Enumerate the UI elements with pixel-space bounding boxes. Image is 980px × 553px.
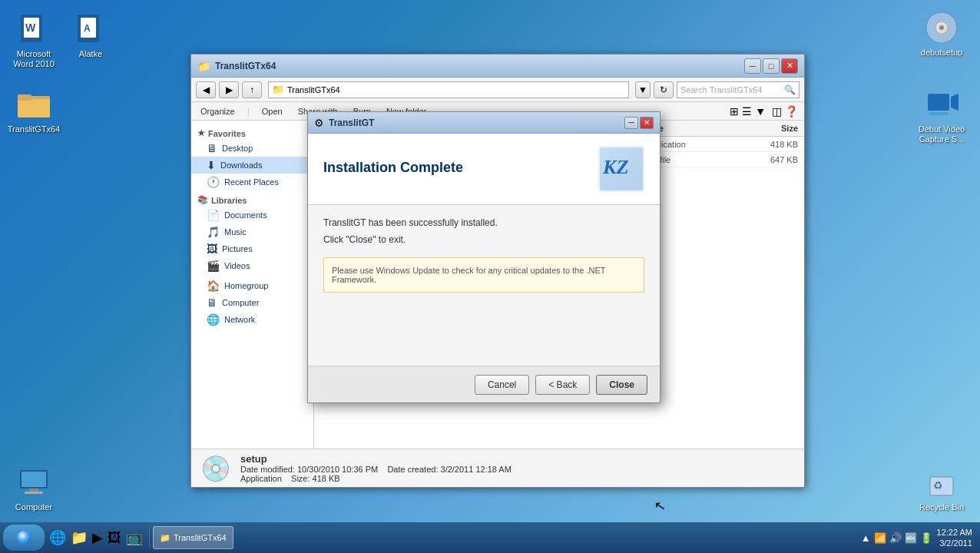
dialog-logo: КZ xyxy=(598,146,644,192)
dialog-controls: ─ ✕ xyxy=(624,117,654,129)
svg-rect-8 xyxy=(18,94,31,101)
desktop-icon-debutvideo[interactable]: Debut Video Capture S... xyxy=(914,83,969,147)
up-button[interactable]: ↑ xyxy=(242,81,262,98)
close-dialog-button[interactable]: Close xyxy=(596,375,647,395)
start-orb xyxy=(17,531,31,545)
sidebar-item-documents[interactable]: 📄 Documents xyxy=(191,207,313,224)
menu-open[interactable]: Open xyxy=(259,105,286,118)
dialog-minimize-button[interactable]: ─ xyxy=(624,117,638,129)
dialog-header: Installation Complete КZ xyxy=(308,134,660,205)
desktop-icon-alatke[interactable]: A Alatke xyxy=(63,8,118,62)
sidebar-item-network[interactable]: 🌐 Network xyxy=(191,311,313,328)
taskbar-clock[interactable]: 12:22 AM 3/2/2011 xyxy=(937,527,972,549)
taskbar-explorer-icon: 📁 xyxy=(160,533,171,543)
sidebar-pictures-icon: 🖼 xyxy=(207,243,217,255)
quicklaunch-gallery[interactable]: 🖼 xyxy=(106,528,123,548)
cancel-button[interactable]: Cancel xyxy=(475,375,529,395)
dialog-click-text: Click "Close" to exit. xyxy=(323,234,644,245)
word-icon-label: Microsoft Word 2010 xyxy=(9,49,58,69)
forward-button[interactable]: ▶ xyxy=(219,81,239,98)
back-button[interactable]: ◀ xyxy=(196,81,216,98)
close-button[interactable]: ✕ xyxy=(781,58,798,74)
view-controls: ⊞ ☰ ▼ ◫ ❓ xyxy=(730,105,798,118)
sidebar-item-videos[interactable]: 🎬 Videos xyxy=(191,257,313,274)
minimize-button[interactable]: ─ xyxy=(744,58,761,74)
sidebar-libraries-header: 📚 Libraries xyxy=(191,194,313,207)
maximize-button[interactable]: □ xyxy=(763,58,780,74)
dialog-content: TranslitGT has been successfully install… xyxy=(308,205,660,366)
desktop-icon-word2010[interactable]: W Microsoft Word 2010 xyxy=(6,8,61,72)
start-button[interactable] xyxy=(3,525,45,551)
sidebar-item-desktop[interactable]: 🖥 Desktop xyxy=(191,140,313,157)
tray-show-hidden-button[interactable]: ▲ xyxy=(861,532,871,544)
help-button[interactable]: ❓ xyxy=(785,105,798,118)
preview-pane-button[interactable]: ◫ xyxy=(772,105,782,118)
cursor-pointer: ↖ xyxy=(653,497,667,515)
sidebar-music-icon: 🎵 xyxy=(207,226,220,238)
search-bar[interactable]: Search TranslitGTx64 🔍 xyxy=(677,81,800,98)
search-icon: 🔍 xyxy=(784,84,796,95)
recycle-label: Recycle Bin xyxy=(919,502,964,512)
menu-divider: | xyxy=(247,106,250,117)
view-detail-button[interactable]: ☰ xyxy=(742,105,752,118)
taskbar-item-explorer[interactable]: 📁 TranslitGTx64 xyxy=(153,526,233,549)
explorer-sidebar: ★ Favorites 🖥 Desktop ⬇ Downloads 🕐 Rece… xyxy=(191,121,314,449)
svg-rect-17 xyxy=(29,488,38,492)
desktop-icon-translitgtx64[interactable]: TranslitGTx64 xyxy=(6,83,61,137)
taskbar: 🌐 📁 ▶ 🖼 📺 📁 TranslitGTx64 ▲ 📶 🔊 🔤 🔋 xyxy=(0,522,980,553)
sidebar-other-section: 🏠 Homegroup 🖥 Computer 🌐 Network xyxy=(191,277,313,328)
file-size-setup: 418 KB xyxy=(737,140,798,149)
dialog-footer: Cancel < Back Close xyxy=(308,366,660,402)
sidebar-item-recent[interactable]: 🕐 Recent Places xyxy=(191,174,313,190)
dialog-title-text: TranslitGT xyxy=(329,118,624,128)
quicklaunch-capture[interactable]: 📺 xyxy=(124,528,144,548)
statusbar-meta: Date modified: 10/30/2010 10:36 PM Date … xyxy=(240,465,512,474)
address-bar[interactable]: 📁 TranslitGTx64 xyxy=(268,81,629,98)
refresh-button[interactable]: ↻ xyxy=(654,81,674,98)
back-button[interactable]: < Back xyxy=(535,375,590,395)
view-dropdown-button[interactable]: ▼ xyxy=(755,105,766,118)
sidebar-item-downloads[interactable]: ⬇ Downloads xyxy=(191,157,313,174)
recycle-icon: ♻ xyxy=(923,464,960,501)
explorer-toolbar: ◀ ▶ ↑ 📁 TranslitGTx64 ▼ ↻ Search Transli… xyxy=(191,78,804,102)
svg-marker-13 xyxy=(951,94,958,111)
computer-label: Computer xyxy=(15,502,52,512)
sidebar-homegroup-icon: 🏠 xyxy=(207,280,220,292)
statusbar-type-size: Application Size: 418 KB xyxy=(240,474,512,483)
menu-organize[interactable]: Organize xyxy=(197,105,238,118)
quicklaunch-ie[interactable]: 🌐 xyxy=(48,528,68,548)
tray-battery-icon: 🔋 xyxy=(920,532,932,544)
alatke-icon: A xyxy=(72,11,109,48)
svg-rect-12 xyxy=(928,94,949,111)
desktop-icon-debutsetup[interactable]: debutsetup xyxy=(914,6,969,61)
sidebar-item-homegroup[interactable]: 🏠 Homegroup xyxy=(191,277,313,294)
svg-text:W: W xyxy=(25,22,36,34)
sidebar-item-pictures[interactable]: 🖼 Pictures xyxy=(191,240,313,257)
svg-text:♻: ♻ xyxy=(933,479,943,492)
address-dropdown-button[interactable]: ▼ xyxy=(635,81,651,98)
statusbar-info: setup Date modified: 10/30/2010 10:36 PM… xyxy=(240,453,512,483)
dialog-body: Installation Complete КZ xyxy=(308,134,660,402)
desktop-icon-computer[interactable]: Computer xyxy=(6,461,61,515)
view-toggle-button[interactable]: ⊞ xyxy=(730,105,739,118)
statusbar-filename: setup xyxy=(240,453,512,465)
svg-point-11 xyxy=(939,25,944,30)
dialog-title-icon: ⚙ xyxy=(314,117,324,129)
svg-rect-7 xyxy=(18,99,50,118)
installer-dialog: ⚙ TranslitGT ─ ✕ Installation Complete xyxy=(307,111,661,403)
desktop: W Microsoft Word 2010 A Alatke TranslitG… xyxy=(0,0,980,553)
desktop-icon-recycle[interactable]: ♻ Recycle Bin xyxy=(914,461,969,515)
tray-network-icon: 📶 xyxy=(874,532,886,544)
tray-language-icon: 🔤 xyxy=(905,532,917,544)
sidebar-item-computer[interactable]: 🖥 Computer xyxy=(191,294,313,311)
explorer-titlebar-icon: 📁 xyxy=(197,60,210,72)
taskbar-explorer-label: TranslitGTx64 xyxy=(174,533,227,542)
sidebar-recent-icon: 🕐 xyxy=(207,176,220,188)
quicklaunch-explorer[interactable]: 📁 xyxy=(69,528,89,548)
sidebar-desktop-icon: 🖥 xyxy=(207,142,217,154)
quicklaunch-mediaplayer[interactable]: ▶ xyxy=(91,528,104,548)
address-bar-text: TranslitGTx64 xyxy=(287,85,340,94)
dialog-close-button[interactable]: ✕ xyxy=(640,117,654,129)
clock-date: 3/2/2011 xyxy=(937,538,972,548)
sidebar-item-music[interactable]: 🎵 Music xyxy=(191,224,313,240)
